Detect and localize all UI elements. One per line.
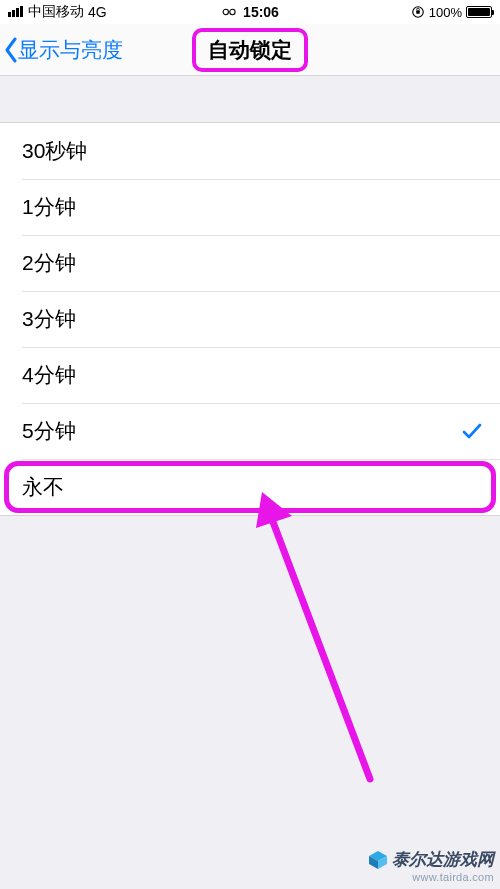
watermark-brand: 泰尔达游戏网 (392, 848, 494, 871)
checkmark-icon (460, 419, 484, 443)
option-label: 2分钟 (22, 249, 76, 277)
option-never[interactable]: 永不 (0, 459, 500, 515)
nav-bar: 显示与亮度 自动锁定 (0, 24, 500, 76)
option-label: 30秒钟 (22, 137, 87, 165)
battery-icon (466, 6, 492, 18)
orientation-lock-icon (411, 5, 425, 19)
svg-line-4 (270, 514, 370, 779)
svg-point-0 (223, 9, 228, 14)
page-title: 自动锁定 (192, 28, 308, 72)
option-label: 永不 (22, 473, 64, 501)
watermark: 泰尔达游戏网 www.tairda.com (368, 848, 494, 883)
annotation-arrow-icon (252, 484, 392, 804)
option-label: 3分钟 (22, 305, 76, 333)
clock: 15:06 (243, 4, 279, 20)
svg-rect-3 (416, 10, 420, 14)
back-label: 显示与亮度 (18, 36, 123, 64)
status-bar: 中国移动 4G 15:06 100% (0, 0, 500, 24)
option-2min[interactable]: 2分钟 (0, 235, 500, 291)
option-1min[interactable]: 1分钟 (0, 179, 500, 235)
svg-point-1 (230, 9, 235, 14)
option-3min[interactable]: 3分钟 (0, 291, 500, 347)
watermark-cube-icon (368, 850, 388, 870)
signal-icon (8, 4, 24, 20)
watermark-url: www.tairda.com (368, 871, 494, 883)
carrier-label: 中国移动 (28, 3, 84, 21)
chevron-left-icon (4, 37, 18, 63)
auto-lock-options-list: 30秒钟 1分钟 2分钟 3分钟 4分钟 5分钟 永不 (0, 122, 500, 516)
option-label: 4分钟 (22, 361, 76, 389)
hotspot-icon (221, 7, 237, 17)
option-label: 1分钟 (22, 193, 76, 221)
option-5min[interactable]: 5分钟 (0, 403, 500, 459)
network-label: 4G (88, 4, 107, 20)
option-label: 5分钟 (22, 417, 76, 445)
back-button[interactable]: 显示与亮度 (0, 36, 123, 64)
battery-percent: 100% (429, 5, 462, 20)
option-4min[interactable]: 4分钟 (0, 347, 500, 403)
option-30s[interactable]: 30秒钟 (0, 123, 500, 179)
